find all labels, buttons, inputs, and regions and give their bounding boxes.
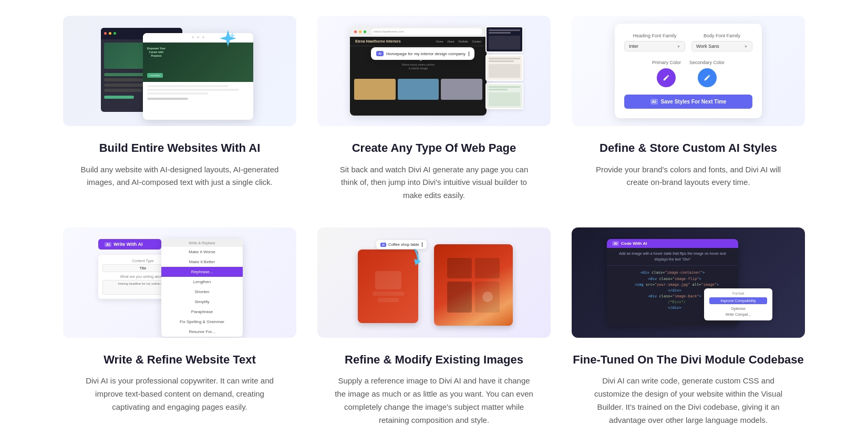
save-styles-button[interactable]: AI Save Styles For Next Time — [624, 95, 752, 109]
images-container: AI Coffee shop table — [347, 234, 521, 331]
secondary-color-label: Secondary Color — [689, 60, 725, 65]
primary-color-label: Primary Color — [652, 60, 681, 65]
body-font-select[interactable]: Work Sans ▼ — [691, 41, 752, 51]
body-font-col: Body Font Family Work Sans ▼ — [691, 33, 752, 51]
feature-card-refine-images: AI Coffee shop table — [317, 227, 551, 427]
pencil-icon-2 — [704, 74, 711, 81]
result-image — [434, 244, 513, 326]
ai-badge-prompt: AI — [380, 243, 386, 247]
feature-title-fine-tuned-code: Fine-Tuned On The Divi Module Codebase — [573, 352, 804, 368]
feature-title-build-websites: Build Entire Websites With AI — [99, 141, 261, 156]
heading-font-value: Inter — [629, 44, 638, 49]
body-font-arrow: ▼ — [744, 45, 748, 48]
code-editor-header: AI Code With AI — [607, 239, 738, 248]
feature-image-write-text: AI Write With AI Content Type Title What… — [63, 227, 296, 338]
write-ai-badge: AI — [105, 242, 111, 247]
dropdown-paraphrase[interactable]: Paraphrase — [161, 307, 243, 317]
ai-chat-bubble: AI Homepage for my interior design compa… — [371, 47, 474, 60]
feature-image-fine-tuned-code: AI Code With AI Add an image with a hove… — [572, 227, 805, 338]
ai-badge: AI — [376, 51, 384, 56]
feature-desc-write-text: Divi AI is your professional copywriter.… — [80, 375, 280, 413]
code-panel: AI Code With AI Add an image with a hove… — [604, 234, 772, 331]
website-mockup: Empower YourCareer withPurpose Learn Mor… — [96, 23, 264, 120]
ai-star-icon — [219, 29, 237, 48]
thumb-1 — [485, 26, 523, 53]
font-selects-row: Heading Font Family Inter ▼ Body Font Fa… — [624, 33, 752, 51]
thumb-3 — [485, 83, 523, 109]
heading-font-label: Heading Font Family — [624, 33, 685, 38]
dropdown-make-better[interactable]: Make it Better — [161, 257, 243, 267]
dropdown-shorten[interactable]: Shorten — [161, 287, 243, 297]
write-ai-label: Write With AI — [113, 242, 142, 247]
optimize-option[interactable]: Optimize — [709, 306, 767, 312]
dropdown-header: Write & Replace — [161, 239, 243, 247]
feature-image-define-styles: Heading Font Family Inter ▼ Body Font Fa… — [572, 16, 805, 126]
dropdown-fix-spelling[interactable]: Fix Spelling & Grammar — [161, 317, 243, 327]
feature-desc-define-styles: Provide your brand's colors and fonts, a… — [588, 163, 788, 190]
code-popup: Format Improve Compatibility Optimize Wr… — [704, 288, 772, 320]
write-panel: AI Write With AI Content Type Title What… — [93, 234, 266, 331]
feature-image-create-pages: elena-hawthorne.com Elena Hawthorne Inte… — [317, 16, 551, 126]
dropdown-rephrase[interactable]: Rephrase... — [161, 267, 243, 277]
write-ai-button[interactable]: AI Write With AI — [98, 239, 161, 250]
feature-title-define-styles: Define & Store Custom AI Styles — [600, 141, 777, 156]
feature-image-refine-images: AI Coffee shop table — [317, 227, 551, 338]
feature-desc-fine-tuned-code: Divi AI can write code, generate custom … — [588, 375, 788, 427]
feature-desc-refine-images: Supply a reference image to Divi AI and … — [334, 375, 534, 427]
feature-card-define-styles: Heading Font Family Inter ▼ Body Font Fa… — [572, 16, 805, 202]
styles-panel: Heading Font Family Inter ▼ Body Font Fa… — [615, 24, 762, 118]
secondary-color-swatch[interactable] — [698, 68, 717, 87]
feature-card-write-text: AI Write With AI Content Type Title What… — [63, 227, 296, 427]
feature-title-create-pages: Create Any Type Of Web Page — [352, 141, 516, 156]
dropdown-simplify[interactable]: Simplify — [161, 297, 243, 307]
save-styles-label: Save Styles For Next Time — [661, 99, 727, 105]
feature-title-refine-images: Refine & Modify Existing Images — [345, 352, 523, 368]
dropdown-lengthen[interactable]: Lengthen — [161, 277, 243, 287]
arrow-prompt-group: AI Coffee shop table — [392, 239, 423, 270]
code-description: Add an image with a hover state that fli… — [607, 248, 738, 266]
thumb-2 — [485, 55, 523, 81]
side-thumbnails — [485, 26, 523, 109]
feature-desc-build-websites: Build any website with AI-designed layou… — [80, 163, 280, 190]
dropdown-make-worse[interactable]: Make it Worse — [161, 247, 243, 257]
write-compat-option[interactable]: Write Compat... — [709, 312, 767, 317]
color-row: Primary Color Secondary Color — [624, 60, 752, 87]
feature-card-fine-tuned-code: AI Code With AI Add an image with a hove… — [572, 227, 805, 427]
feature-card-create-pages: elena-hawthorne.com Elena Hawthorne Inte… — [317, 16, 551, 202]
code-with-ai-title: Code With AI — [621, 241, 647, 246]
feature-image-build-websites: Empower YourCareer withPurpose Learn Mor… — [63, 16, 296, 126]
primary-color-group: Primary Color — [652, 60, 681, 87]
pencil-icon — [663, 74, 670, 81]
body-font-label: Body Font Family — [691, 33, 752, 38]
ai-icon-save: AI — [650, 99, 658, 105]
feature-desc-create-pages: Sit back and watch Divi AI generate any … — [334, 163, 534, 202]
secondary-color-group: Secondary Color — [689, 60, 725, 87]
prompt-text: Coffee shop table — [388, 242, 419, 247]
feature-title-write-text: Write & Refine Website Text — [104, 352, 256, 368]
primary-color-swatch[interactable] — [657, 68, 676, 87]
browser-frame: elena-hawthorne.com Elena Hawthorne Inte… — [350, 26, 487, 116]
format-label: Format — [709, 292, 767, 295]
write-dropdown: Write & Replace Make it Worse Make it Be… — [161, 239, 243, 337]
ai-code-badge: AI — [612, 241, 619, 246]
webpage-mockup: elena-hawthorne.com Elena Hawthorne Inte… — [345, 21, 523, 121]
dropdown-resume[interactable]: Resume For... — [161, 327, 243, 337]
feature-card-build-websites: Empower YourCareer withPurpose Learn Mor… — [63, 16, 296, 202]
ai-prompt-bubble: AI Coffee shop table — [376, 240, 427, 249]
improve-compatibility-button[interactable]: Improve Compatibility — [709, 297, 767, 304]
chat-text: Homepage for my interior design company — [386, 51, 466, 56]
features-grid: Empower YourCareer withPurpose Learn Mor… — [0, 0, 868, 436]
heading-font-col: Heading Font Family Inter ▼ — [624, 33, 685, 51]
heading-font-select[interactable]: Inter ▼ — [624, 41, 685, 51]
heading-font-arrow: ▼ — [677, 45, 680, 48]
body-font-value: Work Sans — [696, 44, 719, 49]
